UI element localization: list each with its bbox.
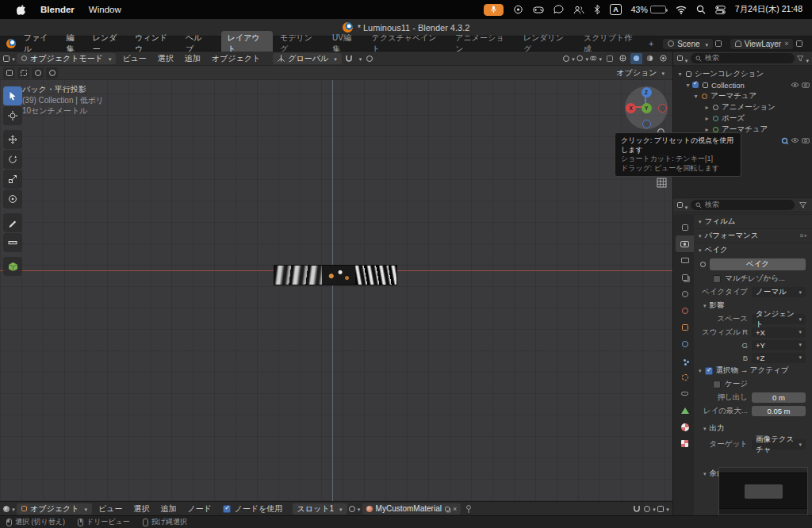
shading-rendered-button[interactable]: [657, 53, 669, 64]
bake-type-dropdown[interactable]: ノーマル: [752, 287, 806, 297]
menubar-datetime[interactable]: 7月24日(木) 21:48: [735, 4, 802, 15]
game-controller-icon[interactable]: [533, 6, 544, 14]
multires-checkbox[interactable]: [713, 275, 721, 283]
screen-mirroring-icon[interactable]: [513, 5, 523, 14]
target-dropdown[interactable]: 画像テクスチャ: [752, 439, 806, 450]
space-dropdown[interactable]: タンジェント: [752, 314, 806, 324]
viewport-menu-object[interactable]: オブジェクト: [207, 53, 265, 64]
viewlayer-selector[interactable]: ViewLayer ×: [730, 39, 794, 49]
editor-type-dropdown[interactable]: [676, 200, 688, 211]
shader-menu-select[interactable]: 選択: [128, 503, 154, 515]
gizmo-negative-x-axis[interactable]: [658, 104, 667, 113]
chevron-right-icon[interactable]: [703, 104, 711, 111]
subpanel-output[interactable]: 出力: [694, 422, 812, 435]
overlay-toggle-dropdown[interactable]: [644, 503, 656, 515]
chevron-right-icon[interactable]: [703, 115, 711, 122]
tool-setting-icon-2[interactable]: [17, 67, 29, 78]
measure-tool[interactable]: [3, 233, 22, 252]
ray-distance-field[interactable]: 0.05 m: [752, 406, 806, 416]
filter-icon[interactable]: [797, 53, 809, 64]
view-options-dropdown[interactable]: [657, 503, 669, 515]
material-name-field[interactable]: MyCustomMaterial ×: [362, 503, 462, 515]
scale-tool[interactable]: [3, 170, 22, 189]
viewport-menu-view[interactable]: ビュー: [117, 53, 151, 64]
outliner-row-animation[interactable]: アニメーション: [673, 101, 812, 113]
menu-window[interactable]: ウィンドウ: [129, 38, 180, 50]
shader-type-dropdown[interactable]: オブジェクト: [17, 503, 92, 515]
tool-setting-icon-3[interactable]: [32, 67, 44, 78]
filter-icon[interactable]: [797, 200, 809, 211]
snap-toggle[interactable]: [630, 503, 642, 515]
extrusion-field[interactable]: 0 m: [752, 392, 806, 403]
gizmo-y-axis[interactable]: Y: [642, 103, 652, 113]
tab-modifiers[interactable]: [676, 335, 694, 352]
tab-physics[interactable]: [676, 369, 694, 385]
blender-menu-icon[interactable]: [6, 39, 16, 48]
viewport-menu-add[interactable]: 追加: [180, 53, 205, 64]
rotate-tool[interactable]: [3, 150, 22, 169]
hide-viewport-icon[interactable]: [791, 82, 799, 88]
tab-material[interactable]: [676, 419, 694, 435]
panel-bake[interactable]: ベイク: [694, 243, 812, 257]
use-nodes-toggle[interactable]: ノードを使用: [223, 503, 283, 515]
bake-button[interactable]: ベイク: [710, 258, 806, 270]
swizzle-r-dropdown[interactable]: +X: [752, 327, 806, 338]
tab-scene[interactable]: [676, 285, 694, 302]
proportional-edit-toggle[interactable]: [363, 53, 375, 64]
tab-output[interactable]: [676, 252, 694, 269]
people-icon[interactable]: [573, 6, 584, 14]
apple-menu-icon[interactable]: [10, 0, 33, 19]
scene-selector[interactable]: Scene: [663, 39, 713, 49]
move-tool[interactable]: [3, 130, 22, 149]
subpanel-selected-to-active[interactable]: 選択物 → アクティブ: [694, 364, 812, 377]
annotate-tool[interactable]: [3, 213, 22, 232]
presets-icon[interactable]: ≡+: [800, 232, 807, 239]
menubar-app-name[interactable]: Blender: [33, 0, 82, 19]
navigation-gizmo[interactable]: Z X Y: [625, 86, 668, 129]
panel-film[interactable]: フィルム: [694, 214, 812, 228]
show-overlays-dropdown[interactable]: [590, 53, 602, 64]
chevron-down-icon[interactable]: [676, 71, 684, 78]
shading-material-button[interactable]: [644, 53, 656, 64]
outliner-row-collection[interactable]: Collection: [673, 79, 812, 90]
use-nodes-checkbox[interactable]: [223, 505, 231, 513]
new-viewlayer-button[interactable]: [793, 38, 805, 49]
tab-texture[interactable]: [676, 435, 694, 452]
tab-render[interactable]: [676, 235, 694, 252]
browse-material-dropdown[interactable]: [349, 503, 361, 515]
menu-help[interactable]: ヘルプ: [180, 38, 215, 50]
select-box-tool[interactable]: [3, 86, 22, 105]
swizzle-g-dropdown[interactable]: +Y: [752, 340, 806, 350]
selected-to-active-checkbox[interactable]: [705, 367, 713, 375]
hide-viewport-icon[interactable]: [791, 137, 799, 143]
gizmo-x-axis[interactable]: X: [626, 103, 636, 113]
tab-view-layer[interactable]: [676, 269, 694, 285]
mode-dropdown[interactable]: オブジェクトモード: [17, 53, 116, 64]
duplicate-material-icon[interactable]: [445, 507, 450, 511]
xray-toggle[interactable]: [603, 53, 615, 64]
add-workspace-button[interactable]: +: [645, 38, 657, 50]
disable-render-icon[interactable]: [802, 82, 810, 88]
properties-search-input[interactable]: 検索: [691, 200, 795, 210]
transform-orientation-dropdown[interactable]: グローバル: [273, 53, 341, 64]
tab-world[interactable]: [676, 302, 694, 319]
chevron-down-icon[interactable]: [684, 82, 692, 89]
menubar-window-menu[interactable]: Window: [82, 0, 128, 19]
pin-icon[interactable]: [462, 503, 474, 515]
gizmo-z-axis[interactable]: Z: [642, 87, 652, 98]
shading-wireframe-button[interactable]: [617, 53, 629, 64]
shader-menu-node[interactable]: ノード: [182, 503, 216, 515]
show-gizmo-dropdown[interactable]: [576, 53, 588, 64]
tool-setting-icon-1[interactable]: [3, 67, 15, 78]
viewport-menu-select[interactable]: 選択: [153, 53, 178, 64]
tab-constraints[interactable]: [676, 385, 694, 402]
swizzle-b-dropdown[interactable]: +Z: [752, 353, 806, 363]
panel-performance[interactable]: パフォーマンス≡+: [694, 228, 812, 243]
outliner-search-input[interactable]: 検索: [691, 53, 795, 63]
menu-render[interactable]: レンダー: [87, 38, 130, 50]
tab-object-data[interactable]: [676, 402, 694, 419]
editor-type-dropdown[interactable]: [3, 53, 15, 64]
control-center-icon[interactable]: [715, 6, 726, 14]
options-dropdown[interactable]: オプション: [616, 67, 669, 78]
menu-file[interactable]: ファイル: [18, 38, 61, 50]
